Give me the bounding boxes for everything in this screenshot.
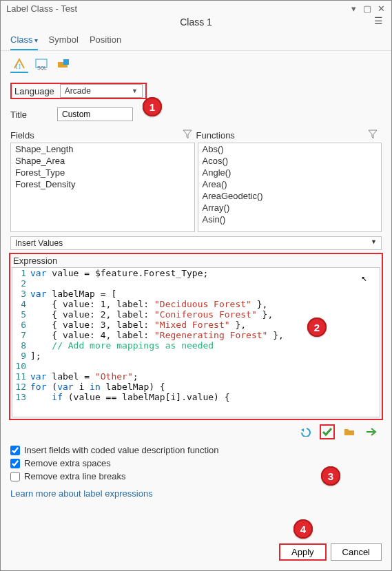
fields-header: Fields	[10, 130, 34, 141]
function-item[interactable]: Angle()	[198, 167, 382, 178]
class-name-label: Class 1	[180, 17, 212, 28]
language-label: Language	[14, 86, 54, 96]
tab-symbol[interactable]: Symbol	[49, 32, 79, 50]
close-icon[interactable]: ✕	[376, 3, 386, 14]
field-item[interactable]: Forest_Density	[11, 178, 194, 190]
code-line[interactable]: 9];	[12, 351, 380, 361]
function-item[interactable]: Area()	[198, 178, 382, 190]
callout-4: 4	[293, 519, 313, 539]
field-item[interactable]: Forest_Type	[11, 167, 194, 178]
validate-icon[interactable]	[320, 424, 335, 439]
code-line[interactable]: 1var value = $feature.Forest_Type;	[12, 268, 380, 278]
expression-label: Expression	[10, 254, 382, 266]
fields-listbox[interactable]: Shape_LengthShape_AreaForest_TypeForest_…	[10, 143, 195, 232]
run-arrow-icon[interactable]	[364, 424, 379, 439]
hamburger-icon[interactable]: ☰	[374, 15, 383, 26]
title-label: Title	[10, 110, 52, 120]
code-line[interactable]: 3var labelMap = [	[12, 289, 380, 299]
functions-filter-icon[interactable]	[368, 129, 378, 141]
code-line[interactable]: 8 // Add more mappings as needed	[12, 340, 380, 351]
function-item[interactable]: AreaGeodetic()	[198, 190, 382, 202]
function-item[interactable]: Abs()	[198, 143, 382, 155]
open-folder-icon[interactable]	[342, 424, 357, 439]
language-select[interactable]: Arcade▼	[60, 84, 143, 98]
field-item[interactable]: Shape_Length	[11, 143, 194, 155]
code-line[interactable]: 12for (var i in labelMap) {	[12, 382, 380, 392]
function-item[interactable]: Asin()	[198, 214, 382, 225]
apply-button[interactable]: Apply	[279, 543, 327, 561]
code-line[interactable]: 13 if (value == labelMap[i].value) {	[12, 392, 380, 402]
learn-more-link[interactable]: Learn more about label expressions	[1, 486, 391, 501]
cancel-button[interactable]: Cancel	[331, 543, 382, 561]
check-coded[interactable]: Insert fields with coded value descripti…	[10, 444, 382, 457]
svg-text:[ ]: [ ]	[16, 63, 21, 69]
svg-text:SQL: SQL	[37, 65, 47, 70]
functions-header: Functions	[196, 130, 235, 141]
code-line[interactable]: 5 { value: 2, label: "Coniferous Forest"…	[12, 309, 380, 320]
expression-mode-icon[interactable]: [ ]	[10, 55, 28, 73]
expression-editor[interactable]: ↖ 1var value = $feature.Forest_Type;23va…	[12, 267, 380, 417]
function-item[interactable]: Array()	[198, 202, 382, 214]
other-mode-icon[interactable]	[54, 55, 72, 73]
dropdown-icon[interactable]: ▾	[349, 3, 358, 14]
pin-icon[interactable]: ▢	[362, 3, 372, 14]
panel-title: Label Class - Test	[6, 3, 344, 14]
callout-3: 3	[321, 466, 340, 486]
code-line[interactable]: 10	[12, 361, 380, 371]
insert-values-dropdown[interactable]: Insert Values ▼	[10, 236, 382, 250]
functions-listbox[interactable]: Abs()Acos()Angle()Area()AreaGeodetic()Ar…	[198, 143, 382, 232]
field-item[interactable]: Shape_Area	[11, 155, 194, 167]
title-input[interactable]	[57, 107, 133, 121]
sql-mode-icon[interactable]: SQL	[32, 55, 50, 73]
expression-highlight: Expression ↖ 1var value = $feature.Fores…	[9, 253, 383, 420]
fields-filter-icon[interactable]	[183, 129, 192, 141]
cursor-icon: ↖	[362, 272, 367, 283]
callout-1: 1	[143, 97, 162, 116]
code-line[interactable]: 4 { value: 1, label: "Deciduous Forest" …	[12, 299, 380, 309]
tab-class[interactable]: Class▾	[10, 32, 38, 50]
svg-rect-4	[63, 59, 69, 65]
tab-position[interactable]: Position	[90, 32, 121, 50]
code-line[interactable]: 11var label = "Other";	[12, 371, 380, 382]
function-item[interactable]: Acos()	[198, 155, 382, 167]
callout-2: 2	[307, 318, 327, 337]
code-line[interactable]: 2	[12, 278, 380, 289]
undo-icon[interactable]	[298, 424, 313, 439]
language-highlight: Language Arcade▼	[10, 83, 147, 99]
